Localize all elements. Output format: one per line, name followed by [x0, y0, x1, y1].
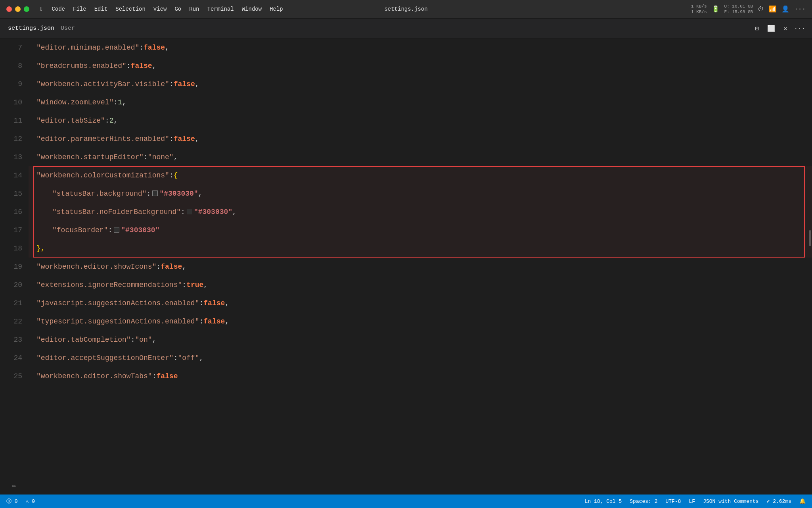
code-line[interactable]: "typescript.suggestionActions.enabled": … [29, 312, 812, 331]
minimize-button[interactable] [15, 6, 21, 12]
code-line[interactable]: "statusBar.noFolderBackground": "#303030… [29, 203, 812, 221]
cursor-position[interactable]: Ln 18, Col 5 [585, 498, 622, 504]
token-str: "on" [135, 331, 152, 349]
menu-go[interactable]: Go [170, 4, 185, 14]
code-line[interactable]: "editor.tabSize": 2, [29, 112, 812, 130]
menu-window[interactable]: Window [238, 4, 266, 14]
storage-info: U: 16.01 GB F: 15.98 GB [724, 4, 753, 15]
token-key: "statusBar.noFolderBackground" [52, 203, 181, 221]
code-line[interactable]: "editor.minimap.enabled": false, [29, 38, 812, 57]
token-key: "editor.acceptSuggestionOnEnter" [36, 349, 174, 367]
code-line[interactable]: "editor.tabCompletion": "on", [29, 331, 812, 349]
code-line[interactable]: "extensions.ignoreRecommendations": true… [29, 276, 812, 294]
token-bool: false [174, 75, 195, 93]
line-number: 25 [0, 367, 22, 385]
token-punct: , [122, 93, 126, 112]
wifi-icon[interactable]: 📶 [769, 5, 777, 13]
warning-count[interactable]: △ 0 [26, 498, 35, 504]
language-mode[interactable]: JSON with Comments [703, 498, 758, 504]
token-bool: false [131, 57, 152, 75]
token-key: "workbench.editor.showIcons" [36, 258, 156, 276]
open-file-icon[interactable]: ⊡ [753, 24, 761, 33]
menu-edit[interactable]: Edit [90, 4, 112, 14]
status-bar-right: Ln 18, Col 5 Spaces: 2 UTF-8 LF JSON wit… [585, 498, 806, 504]
token-colon: : [199, 294, 203, 312]
token-colon: : [181, 203, 185, 221]
line-number: 9 [0, 75, 22, 93]
menu-terminal[interactable]: Terminal [203, 4, 238, 14]
code-line[interactable]: "workbench.colorCustomizations": { [29, 166, 812, 185]
split-editor-icon[interactable]: ⬜ [767, 24, 776, 33]
token-str: "none" [148, 148, 174, 166]
token-colon: : [144, 148, 148, 166]
code-line[interactable]: "breadcrumbs.enabled": false, [29, 57, 812, 75]
more-icon[interactable]: ··· [794, 6, 806, 13]
line-number: 21 [0, 294, 22, 312]
title-bar-right: 1 KB/s 1 KB/s 🔋 U: 16.01 GB F: 15.98 GB … [691, 4, 806, 15]
notification-bell-icon[interactable]: 🔔 [799, 498, 806, 504]
token-colon: : [182, 276, 186, 294]
code-line[interactable]: "workbench.startupEditor": "none", [29, 148, 812, 166]
menu-bar:  Code File Edit Selection View Go Run T… [36, 4, 287, 14]
token-bool: false [144, 38, 165, 57]
token-colon: : [199, 312, 203, 331]
token-key: "typescript.suggestionActions.enabled" [36, 312, 199, 331]
token-key: "workbench.colorCustomizations" [36, 166, 169, 185]
line-number: 12 [0, 130, 22, 148]
menu-run[interactable]: Run [185, 4, 203, 14]
indentation[interactable]: Spaces: 2 [630, 498, 657, 504]
maximize-button[interactable] [24, 6, 29, 12]
code-line[interactable]: }, [29, 239, 812, 258]
line-ending[interactable]: LF [689, 498, 695, 504]
code-line[interactable]: "editor.parameterHints.enabled": false, [29, 130, 812, 148]
user-icon[interactable]: 👤 [781, 5, 789, 13]
edit-pen-icon: ✏ [0, 476, 29, 495]
code-line[interactable]: "workbench.editor.showTabs": false [29, 367, 812, 385]
code-content[interactable]: "editor.minimap.enabled": false,"breadcr… [29, 38, 812, 495]
close-editor-icon[interactable]: ✕ [781, 24, 790, 33]
token-key: "focusBorder" [52, 221, 108, 239]
code-line[interactable]: "focusBorder": "#303030" [29, 221, 812, 239]
token-colon: : [139, 38, 144, 57]
line-number: 16 [0, 203, 22, 221]
code-line[interactable]: "workbench.activityBar.visible": false, [29, 75, 812, 93]
network-info: 1 KB/s 1 KB/s [691, 4, 707, 15]
tab-bar: settings.json User ⊡ ⬜ ✕ ··· [0, 19, 812, 38]
token-punct: , [199, 349, 203, 367]
token-key: "editor.tabSize" [36, 112, 105, 130]
token-punct: , [195, 130, 199, 148]
tab-filename[interactable]: settings.json [8, 25, 54, 32]
token-key: "editor.tabCompletion" [36, 331, 131, 349]
token-punct: , [165, 38, 169, 57]
error-count[interactable]: ⓪ 0 [6, 498, 18, 505]
token-bool-true: true [186, 276, 203, 294]
menu-file[interactable]: File [69, 4, 90, 14]
token-colorval: "#303030" [194, 203, 232, 221]
menu-apple[interactable]:  [36, 4, 48, 14]
token-punct: , [152, 57, 157, 75]
token-colon: : [113, 93, 118, 112]
token-key: "workbench.activityBar.visible" [36, 75, 169, 93]
code-line[interactable]: "workbench.editor.showIcons": false, [29, 258, 812, 276]
line-number: 18 [0, 239, 22, 258]
token-key: "statusBar.background" [52, 185, 147, 203]
menu-help[interactable]: Help [266, 4, 287, 14]
token-brace: { [174, 166, 178, 185]
menu-selection[interactable]: Selection [111, 4, 149, 14]
control-center-icon[interactable]: ⏱ [758, 6, 764, 13]
code-line[interactable]: "editor.acceptSuggestionOnEnter": "off", [29, 349, 812, 367]
code-line[interactable]: "window.zoomLevel": 1, [29, 93, 812, 112]
more-actions-icon[interactable]: ··· [795, 24, 804, 33]
code-line[interactable]: "javascript.suggestionActions.enabled": … [29, 294, 812, 312]
line-number: 7 [0, 38, 22, 57]
token-punct: , [174, 148, 178, 166]
token-bool: false [203, 294, 225, 312]
menu-view[interactable]: View [149, 4, 171, 14]
code-line[interactable]: "statusBar.background": "#303030", [29, 185, 812, 203]
menu-code[interactable]: Code [48, 4, 69, 14]
close-button[interactable] [6, 6, 12, 12]
line-number: 23 [0, 331, 22, 349]
token-bool: false [156, 367, 178, 385]
token-colon: : [152, 367, 157, 385]
encoding[interactable]: UTF-8 [666, 498, 681, 504]
